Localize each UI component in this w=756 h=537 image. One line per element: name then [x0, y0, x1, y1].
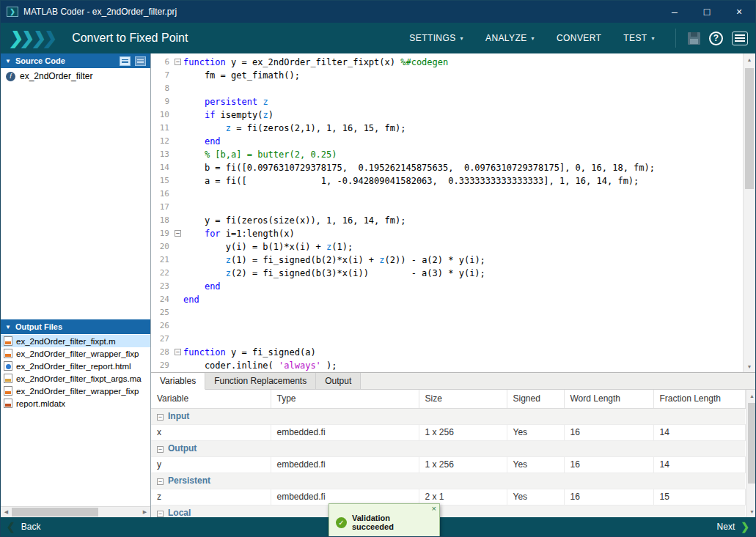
help-icon[interactable]: ?	[709, 32, 723, 45]
fold-column	[173, 319, 183, 333]
file-item[interactable]: report.mldatx	[1, 397, 150, 410]
file-label: ex_2ndOrder_filter_report.html	[16, 362, 131, 371]
fold-column	[173, 240, 183, 253]
line-number: 8	[151, 82, 173, 95]
column-header[interactable]: Word Length	[564, 390, 653, 408]
menu-test[interactable]: TEST▾	[623, 33, 655, 43]
file-item[interactable]: ex_2ndOrder_filter_fixpt_args.ma	[1, 372, 150, 385]
fold-column	[173, 161, 183, 174]
file-item[interactable]: ex_2ndOrder_filter_fixpt.m	[1, 335, 150, 347]
code-token: (2) = fi_signed(b(3)*x(i)) - a(3) * y(i)…	[231, 268, 485, 278]
file-item[interactable]: ex_2ndOrder_filter_wrapper_fixp	[1, 347, 150, 360]
group-row[interactable]: −Local	[151, 505, 745, 517]
group-row[interactable]: −Persistent	[151, 473, 745, 489]
menu-convert[interactable]: CONVERT	[557, 33, 601, 43]
tab-variables[interactable]: Variables	[151, 373, 205, 390]
line-number: 6	[151, 56, 173, 69]
source-item-label: ex_2ndOrder_filter	[20, 71, 92, 81]
output-files-panel-header[interactable]: ▼ Output Files	[1, 319, 150, 334]
scrollbar-thumb[interactable]	[748, 403, 756, 484]
fold-collapse-icon[interactable]: −	[175, 230, 181, 237]
scroll-up-icon[interactable]: ▲	[744, 53, 755, 65]
file-item[interactable]: ex_2ndOrder_filter_wrapper_fixp	[1, 385, 150, 397]
menu-label: CONVERT	[557, 33, 601, 43]
collapse-triangle-icon[interactable]: ▼	[5, 324, 11, 330]
collapse-triangle-icon[interactable]: ▼	[5, 58, 11, 64]
source-item[interactable]: f ex_2ndOrder_filter	[1, 68, 150, 84]
source-code-list: f ex_2ndOrder_filter	[1, 68, 150, 319]
column-header[interactable]: Size	[419, 390, 507, 408]
code-text: function y = ex_2ndOrder_filter_fixpt(x)…	[183, 56, 448, 69]
code-token: = fi(zeros(2,1), 1, 16, 15, fm);	[231, 123, 405, 133]
code-token: (2)) - a(2) * y(i);	[385, 255, 485, 265]
tab-output[interactable]: Output	[316, 373, 361, 389]
table-vertical-scrollbar[interactable]: ▲ ▼	[746, 390, 756, 517]
fold-column	[173, 135, 183, 148]
collapse-icon[interactable]: −	[157, 478, 164, 485]
column-header[interactable]: Fraction Length	[653, 390, 745, 408]
minimize-button[interactable]: –	[658, 1, 691, 23]
menu-settings[interactable]: SETTINGS▾	[409, 33, 463, 43]
code-token	[183, 268, 226, 278]
file-item[interactable]: ex_2ndOrder_filter_report.html	[1, 360, 150, 372]
collapse-icon[interactable]: −	[157, 414, 164, 421]
variables-table-header: VariableTypeSizeSignedWord LengthFractio…	[151, 390, 745, 408]
code-token: for	[205, 229, 221, 239]
scroll-up-icon[interactable]: ▲	[746, 390, 756, 401]
file-label: ex_2ndOrder_filter_fixpt_args.ma	[16, 374, 142, 383]
fold-collapse-icon[interactable]: −	[175, 59, 181, 65]
code-text: persistent z	[183, 95, 268, 108]
column-header[interactable]: Variable	[151, 390, 271, 408]
column-header[interactable]: Signed	[507, 390, 564, 408]
fold-column	[173, 148, 183, 161]
code-line: 12 end	[151, 135, 743, 148]
group-row[interactable]: −Input	[151, 408, 745, 424]
table-row[interactable]: zembedded.fi2 x 1Yes1615	[151, 489, 745, 505]
line-number: 19	[151, 227, 173, 240]
sidebar-horizontal-scrollbar[interactable]: ◀ ▶	[1, 506, 150, 517]
table-row[interactable]: yembedded.fi1 x 256Yes1614	[151, 456, 745, 473]
collapse-icon[interactable]: −	[157, 446, 164, 453]
scroll-left-icon[interactable]: ◀	[1, 509, 12, 515]
source-code-panel-header[interactable]: ▼ Source Code	[1, 53, 150, 68]
line-number: 29	[151, 359, 173, 372]
code-text: b = fi([0.0976310729378175, 0.1952621458…	[183, 161, 655, 174]
column-header[interactable]: Type	[271, 390, 419, 408]
menu-analyze[interactable]: ANALYZE▾	[485, 33, 535, 43]
fold-column	[173, 214, 183, 227]
maximize-button[interactable]: □	[691, 1, 723, 23]
scroll-down-icon[interactable]: ▼	[744, 360, 755, 372]
save-icon[interactable]	[688, 32, 700, 45]
toolbar: ❯❯❯❯ Convert to Fixed Point SETTINGS▾ANA…	[1, 23, 755, 53]
code-token	[183, 281, 205, 292]
code-token: );	[321, 360, 337, 371]
list-view-icon[interactable]	[120, 56, 131, 66]
code-line: 7 fm = get_fimath();	[151, 69, 743, 82]
group-row[interactable]: −Output	[151, 440, 745, 456]
scrollbar-thumb[interactable]	[745, 68, 754, 189]
close-button[interactable]: ×	[723, 1, 755, 23]
back-button[interactable]: ❮ Back	[7, 522, 40, 532]
scrollbar-thumb[interactable]	[12, 508, 98, 516]
menu-icon[interactable]	[732, 32, 748, 45]
scroll-right-icon[interactable]: ▶	[139, 509, 150, 515]
cell-fraction-length: 14	[653, 424, 745, 440]
code-line: 13 % [b,a] = butter(2, 0.25)	[151, 148, 743, 161]
tab-function-replacements[interactable]: Function Replacements	[205, 373, 316, 389]
close-icon[interactable]: ×	[432, 504, 436, 513]
scroll-down-icon[interactable]: ▼	[746, 505, 756, 517]
group-cell: −Local	[151, 505, 745, 517]
editor-vertical-scrollbar[interactable]: ▲ ▼	[743, 53, 755, 372]
fold-collapse-icon[interactable]: −	[175, 349, 181, 355]
cell-size: 2 x 1	[419, 489, 507, 505]
collapse-icon[interactable]: −	[157, 511, 164, 517]
code-text: y = fi(zeros(size(x)), 1, 16, 14, fm);	[183, 214, 405, 227]
output-files-list: ex_2ndOrder_filter_fixpt.mex_2ndOrder_fi…	[1, 334, 150, 506]
cell-size: 1 x 256	[419, 456, 507, 473]
tree-view-icon[interactable]	[135, 56, 146, 66]
code-lines[interactable]: 6−function y = ex_2ndOrder_filter_fixpt(…	[151, 53, 743, 372]
table-row[interactable]: xembedded.fi1 x 256Yes1614	[151, 424, 745, 440]
line-number: 15	[151, 174, 173, 188]
code-token: 'always'	[279, 360, 321, 371]
next-button[interactable]: Next ❯	[717, 522, 749, 532]
